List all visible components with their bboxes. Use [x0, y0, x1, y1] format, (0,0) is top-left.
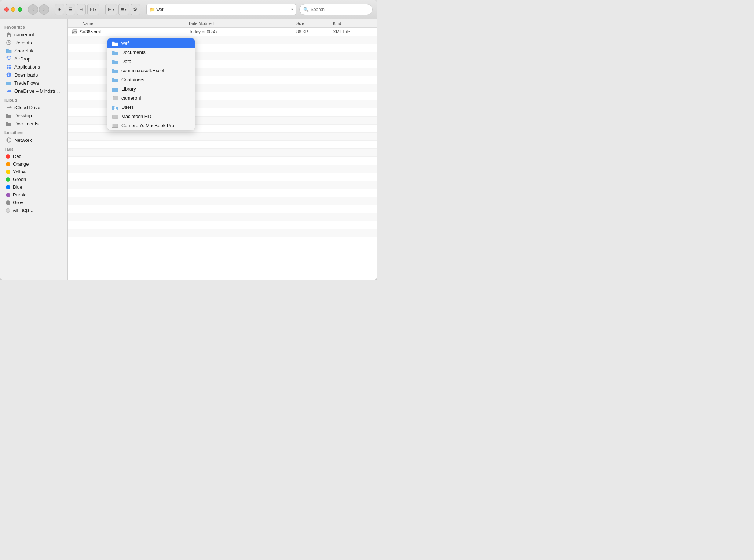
svg-point-10: [114, 107, 116, 108]
sidebar-label-tag-green: Green: [13, 177, 26, 182]
sort-button[interactable]: ≡ ▾: [118, 4, 129, 15]
dropdown-label-com-microsoft-excel: com.microsoft.Excel: [121, 68, 164, 73]
minimize-button[interactable]: [11, 7, 15, 12]
dropdown-item-documents[interactable]: Documents: [107, 48, 195, 57]
dropdown-item-library[interactable]: Library: [107, 84, 195, 93]
path-dropdown-popup: wef Documents Data com.microsoft.Excel: [107, 38, 195, 130]
col-header-size[interactable]: Size: [296, 21, 333, 26]
path-bar[interactable]: 📁 wef ▾: [146, 4, 296, 15]
folder-icon-documents: [112, 50, 118, 55]
col-header-name[interactable]: Name: [68, 21, 189, 26]
table-row-empty: [68, 149, 377, 157]
applications-icon: [6, 64, 12, 70]
sidebar-item-desktop[interactable]: Desktop: [1, 111, 66, 119]
dropdown-item-containers[interactable]: Containers: [107, 75, 195, 84]
sidebar-label-tag-orange: Orange: [13, 161, 29, 167]
path-value: wef: [157, 7, 164, 12]
dropdown-item-cameronl[interactable]: cameronl: [107, 93, 195, 103]
view-gallery-button[interactable]: ⊡ ▾: [87, 4, 99, 15]
airdrop-icon: [6, 56, 12, 62]
sidebar-item-tag-yellow[interactable]: Yellow: [1, 168, 66, 176]
sidebar-label-icloud-drive: iCloud Drive: [14, 105, 40, 110]
sidebar-label-tag-red: Red: [13, 154, 22, 159]
toolbar-separator-2: [143, 5, 143, 14]
col-header-kind[interactable]: Kind: [333, 21, 377, 26]
dropdown-item-macintosh-hd[interactable]: Macintosh HD: [107, 112, 195, 121]
table-row-empty: [68, 213, 377, 221]
sort-group-button[interactable]: ⊞ ▾: [105, 4, 117, 15]
sidebar-item-sharefile[interactable]: ShareFile: [1, 47, 66, 55]
table-row-empty: [68, 141, 377, 149]
columns-icon: ⊟: [79, 7, 83, 12]
view-columns-button[interactable]: ⊟: [77, 4, 86, 15]
table-row[interactable]: XML SV365.xml Today at 08:47 86 KB XML F…: [68, 28, 377, 36]
sidebar-item-onedrive[interactable]: OneDrive – Mindstream An...: [1, 87, 66, 95]
dropdown-item-users[interactable]: Users: [107, 103, 195, 112]
search-bar[interactable]: 🔍: [299, 4, 373, 15]
sidebar-item-tag-orange[interactable]: Orange: [1, 160, 66, 168]
hd-icon: [112, 114, 118, 119]
settings-button[interactable]: ⚙: [131, 4, 140, 15]
col-header-modified[interactable]: Date Modified: [189, 21, 296, 26]
sidebar-item-tag-purple[interactable]: Purple: [1, 191, 66, 199]
sidebar-item-tag-green[interactable]: Green: [1, 176, 66, 183]
sidebar-item-applications[interactable]: Applications: [1, 63, 66, 71]
zoom-button[interactable]: [18, 7, 22, 12]
traffic-lights: [4, 7, 22, 12]
yellow-tag-dot: [6, 170, 10, 174]
sidebar-item-airdrop[interactable]: AirDrop: [1, 55, 66, 63]
table-row-empty: [68, 197, 377, 205]
sidebar-section-icloud: iCloud: [0, 95, 67, 103]
path-dropdown-arrow[interactable]: ▾: [291, 7, 293, 11]
titlebar: ‹ › ⊞ ☰ ⊟ ⊡ ▾ ⊞ ▾ ≡ ▾: [0, 0, 377, 19]
back-button[interactable]: ‹: [28, 4, 38, 15]
file-name: SV365.xml: [80, 29, 101, 34]
svg-point-5: [9, 67, 11, 69]
dropdown-item-data[interactable]: Data: [107, 57, 195, 66]
macbook-icon: [112, 123, 118, 128]
sidebar-item-documents[interactable]: Documents: [1, 119, 66, 128]
sharefile-icon: [6, 48, 12, 54]
forward-button[interactable]: ›: [39, 4, 49, 15]
sidebar-section-locations: Locations: [0, 128, 67, 136]
file-kind-cell: XML File: [333, 29, 377, 34]
folder-icon-data: [112, 59, 118, 64]
sidebar-item-icloud-drive[interactable]: iCloud Drive: [1, 103, 66, 111]
dropdown-label-documents: Documents: [121, 49, 146, 55]
view-grid-button[interactable]: ⊞: [55, 4, 64, 15]
svg-point-4: [7, 67, 9, 69]
grey-tag-dot: [6, 200, 10, 205]
sidebar-item-all-tags[interactable]: All Tags...: [1, 206, 66, 214]
green-tag-dot: [6, 177, 10, 182]
nav-buttons: ‹ ›: [28, 4, 49, 15]
clock-icon: [6, 40, 12, 45]
sidebar-item-tag-grey[interactable]: Grey: [1, 199, 66, 206]
sidebar-item-tradeflows[interactable]: TradeFlows: [1, 79, 66, 87]
table-row-empty: [68, 189, 377, 197]
orange-tag-dot: [6, 162, 10, 166]
view-list-button[interactable]: ☰: [66, 4, 75, 15]
sidebar-label-airdrop: AirDrop: [14, 56, 30, 62]
tradeflows-folder-icon: [6, 80, 12, 86]
downloads-icon: [6, 72, 12, 78]
sort-group-icon: ⊞: [108, 7, 112, 12]
sidebar-item-downloads[interactable]: Downloads: [1, 71, 66, 79]
sidebar-label-documents: Documents: [14, 121, 39, 126]
sidebar-item-recents[interactable]: Recents: [1, 38, 66, 47]
search-input[interactable]: [311, 7, 369, 12]
folder-icon-cameronl: [112, 96, 118, 101]
sidebar-item-tag-blue[interactable]: Blue: [1, 183, 66, 191]
dropdown-item-wef[interactable]: wef: [107, 38, 195, 48]
dropdown-item-com-microsoft-excel[interactable]: com.microsoft.Excel: [107, 66, 195, 75]
dropdown-item-macbook-pro[interactable]: Cameron's MacBook Pro: [107, 121, 195, 130]
sidebar-label-desktop: Desktop: [14, 113, 32, 118]
documents-folder-icon: [6, 121, 12, 126]
table-row-empty: [68, 221, 377, 229]
close-button[interactable]: [4, 7, 9, 12]
file-modified-cell: Today at 08:47: [189, 29, 296, 34]
sidebar-item-tag-red[interactable]: Red: [1, 152, 66, 160]
sidebar-item-network[interactable]: Network: [1, 136, 66, 144]
sidebar-item-cameronl[interactable]: cameronl: [1, 30, 66, 38]
dropdown-label-cameronl: cameronl: [121, 95, 141, 101]
sort-icon: ≡: [121, 7, 124, 12]
